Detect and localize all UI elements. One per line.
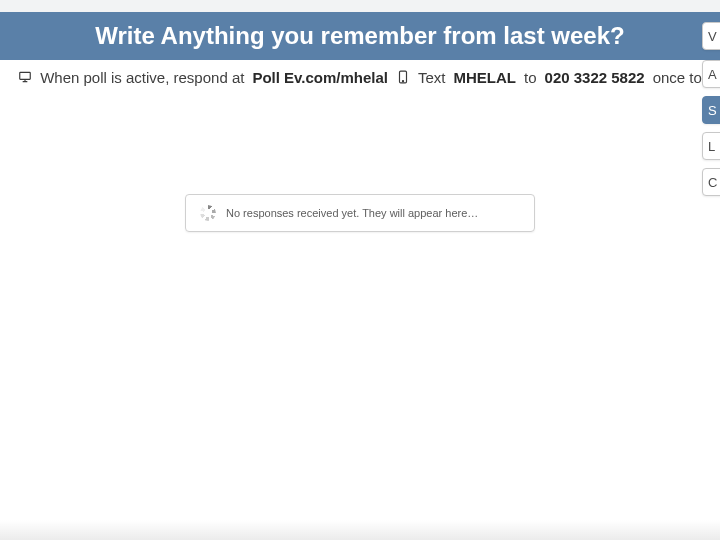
phone-number: 020 3322 5822 — [545, 69, 645, 86]
text-to: to — [524, 69, 537, 86]
bottom-shadow — [0, 520, 720, 540]
no-responses-box: No responses received yet. They will app… — [185, 194, 535, 232]
side-button-l[interactable]: L — [702, 132, 720, 160]
loading-spinner-icon — [200, 205, 216, 221]
instruction-prefix: When poll is active, respond at — [40, 69, 244, 86]
side-button-a[interactable]: A — [702, 60, 720, 88]
text-prefix: Text — [418, 69, 446, 86]
instruction-suffix: once to — [653, 69, 702, 86]
side-button-s[interactable]: S — [702, 96, 720, 124]
phone-icon — [396, 68, 410, 86]
top-border — [0, 0, 720, 12]
instruction-bar: When poll is active, respond at Poll Ev.… — [0, 60, 720, 94]
side-button-c[interactable]: C — [702, 168, 720, 196]
svg-point-2 — [402, 81, 403, 82]
text-code: MHELAL — [454, 69, 517, 86]
side-button-v[interactable]: V — [702, 22, 720, 50]
no-responses-text: No responses received yet. They will app… — [226, 207, 478, 219]
presentation-icon — [18, 70, 32, 84]
poll-title-banner: Write Anything you remember from last we… — [0, 12, 720, 60]
right-side-buttons: V A S L C — [702, 22, 720, 196]
svg-rect-0 — [20, 72, 31, 79]
poll-title: Write Anything you remember from last we… — [95, 22, 624, 49]
poll-url: Poll Ev.com/mhelal — [252, 69, 388, 86]
